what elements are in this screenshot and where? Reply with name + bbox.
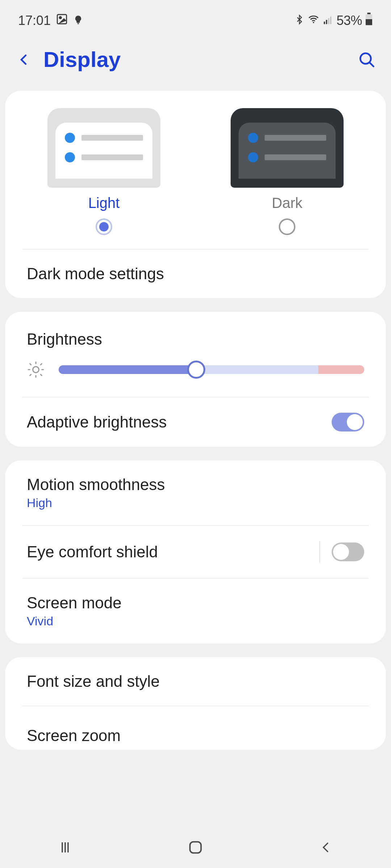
- svg-rect-5: [328, 18, 329, 24]
- svg-rect-4: [326, 20, 328, 24]
- svg-rect-24: [190, 842, 201, 853]
- screen-mode-row[interactable]: Screen mode Vivid: [5, 579, 386, 643]
- theme-option-dark[interactable]: Dark: [196, 108, 379, 246]
- nav-recents[interactable]: [51, 833, 80, 862]
- page-header: Display: [0, 33, 391, 86]
- radio-light[interactable]: [96, 218, 112, 235]
- adaptive-brightness-label: Adaptive brightness: [27, 413, 332, 431]
- dark-mode-settings-label: Dark mode settings: [27, 265, 164, 283]
- screen-mode-label: Screen mode: [27, 594, 364, 612]
- eye-comfort-toggle[interactable]: [332, 542, 364, 561]
- svg-line-20: [30, 374, 31, 375]
- font-size-style-row[interactable]: Font size and style: [5, 657, 386, 706]
- page-title: Display: [43, 47, 346, 72]
- svg-line-19: [41, 364, 42, 365]
- display-misc-card: Motion smoothness High Eye comfort shiel…: [5, 460, 386, 643]
- nav-home[interactable]: [181, 833, 210, 862]
- battery-icon: [365, 13, 373, 29]
- adaptive-brightness-toggle[interactable]: [332, 413, 364, 431]
- dark-preview-icon: [231, 108, 344, 188]
- light-preview-icon: [47, 108, 160, 188]
- bluetooth-icon: [294, 13, 304, 28]
- image-icon: [56, 13, 68, 29]
- eye-comfort-label: Eye comfort shield: [27, 543, 319, 561]
- font-card: Font size and style Screen zoom: [5, 657, 386, 750]
- svg-rect-9: [366, 19, 372, 25]
- svg-rect-2: [77, 23, 79, 24]
- status-left: 17:01: [18, 13, 83, 29]
- status-time: 17:01: [18, 13, 51, 28]
- brightness-fill: [59, 365, 196, 374]
- nav-bar: [0, 826, 391, 868]
- adaptive-brightness-row[interactable]: Adaptive brightness: [5, 397, 386, 447]
- motion-smoothness-row[interactable]: Motion smoothness High: [5, 460, 386, 525]
- battery-percent: 53%: [336, 13, 362, 28]
- radio-dark[interactable]: [279, 218, 295, 235]
- brightness-slider[interactable]: [59, 365, 364, 374]
- svg-line-18: [41, 374, 42, 375]
- brightness-label: Brightness: [27, 330, 102, 348]
- brightness-high-zone: [318, 365, 364, 374]
- status-right: 53%: [294, 13, 373, 29]
- brightness-card: Brightness Adaptive brightness: [5, 312, 386, 447]
- eye-comfort-row[interactable]: Eye comfort shield: [5, 526, 386, 578]
- svg-point-12: [33, 367, 39, 373]
- motion-smoothness-label: Motion smoothness: [27, 476, 364, 494]
- bulb-icon: [73, 13, 83, 28]
- back-button[interactable]: [14, 51, 33, 69]
- dark-mode-settings-row[interactable]: Dark mode settings: [5, 250, 386, 298]
- brightness-header-row: Brightness: [5, 312, 386, 355]
- cellular-icon: [323, 13, 333, 28]
- nav-back[interactable]: [311, 833, 340, 862]
- theme-label-light: Light: [88, 195, 120, 211]
- svg-line-17: [30, 364, 31, 365]
- theme-row: Light Dark: [5, 91, 386, 249]
- brightness-thumb[interactable]: [187, 361, 205, 379]
- screen-mode-value: Vivid: [27, 614, 364, 628]
- screen-zoom-row[interactable]: Screen zoom: [5, 706, 386, 750]
- svg-point-1: [59, 16, 62, 18]
- theme-option-light[interactable]: Light: [12, 108, 196, 246]
- theme-label-dark: Dark: [272, 195, 302, 211]
- status-bar: 17:01 53%: [0, 0, 391, 33]
- svg-line-11: [370, 63, 373, 66]
- separator: [319, 541, 320, 563]
- font-size-style-label: Font size and style: [27, 672, 160, 690]
- wifi-icon: [307, 13, 320, 28]
- search-button[interactable]: [357, 50, 377, 69]
- svg-rect-3: [324, 22, 325, 24]
- svg-rect-7: [367, 13, 371, 14]
- brightness-slider-row: [5, 355, 386, 397]
- theme-card: Light Dark Dark mode settings: [5, 91, 386, 298]
- motion-smoothness-value: High: [27, 496, 364, 510]
- sun-icon: [27, 361, 45, 379]
- screen-zoom-label: Screen zoom: [27, 727, 121, 745]
- svg-rect-6: [330, 17, 332, 24]
